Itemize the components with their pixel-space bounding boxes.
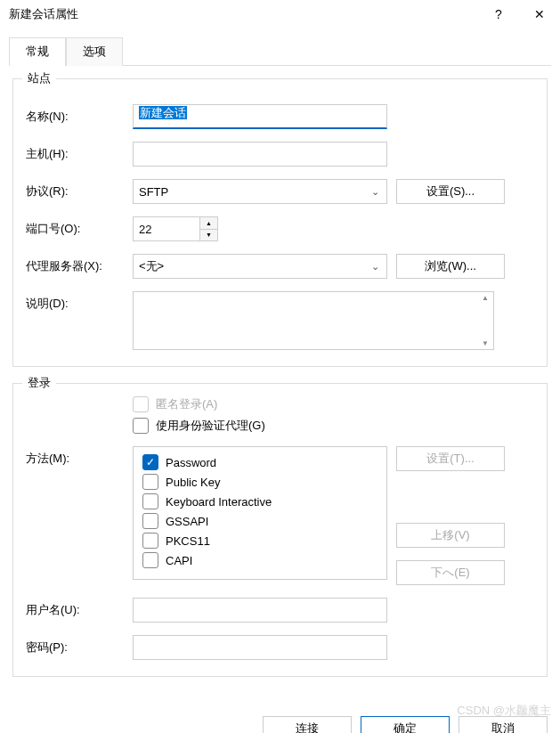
- method-publickey-label: Public Key: [166, 476, 220, 489]
- pass-input[interactable]: [133, 635, 387, 660]
- chevron-down-icon: ⌄: [371, 261, 379, 273]
- port-spinner[interactable]: ▲ ▼: [133, 216, 218, 241]
- name-label: 名称(N):: [26, 104, 133, 125]
- host-label: 主机(H):: [26, 142, 133, 162]
- cancel-button[interactable]: 取消: [459, 716, 548, 733]
- user-input[interactable]: [133, 598, 387, 623]
- proxy-value: <无>: [139, 258, 164, 274]
- method-settings-button: 设置(T)...: [396, 446, 505, 471]
- spinner-down-icon[interactable]: ▼: [200, 230, 217, 241]
- protocol-select[interactable]: SFTP ⌄: [133, 179, 387, 204]
- move-up-button: 上移(V): [396, 523, 505, 548]
- protocol-label: 协议(R):: [26, 179, 133, 200]
- method-capi-checkbox[interactable]: [142, 552, 158, 568]
- login-legend: 登录: [22, 375, 56, 391]
- anon-label: 匿名登录(A): [156, 396, 217, 412]
- tab-options[interactable]: 选项: [66, 37, 123, 66]
- desc-textarea[interactable]: ▲ ▼: [133, 291, 494, 350]
- spinner-up-icon[interactable]: ▲: [200, 217, 217, 230]
- tab-general[interactable]: 常规: [9, 37, 66, 67]
- method-password-checkbox[interactable]: ✓: [142, 454, 158, 470]
- site-fieldset: 站点 名称(N): 新建会话 主机(H): 协议(R): SFTP ⌄ 设置(S…: [12, 78, 548, 367]
- ok-button[interactable]: 确定: [361, 716, 450, 733]
- method-label: 方法(M):: [26, 446, 133, 467]
- protocol-value: SFTP: [139, 185, 168, 199]
- method-keyboard-label: Keyboard Interactive: [166, 495, 272, 509]
- method-pkcs11-checkbox[interactable]: [142, 533, 158, 549]
- method-gssapi-label: GSSAPI: [166, 515, 208, 528]
- titlebar: 新建会话属性 ? ✕: [0, 0, 560, 29]
- name-input[interactable]: 新建会话: [133, 104, 387, 129]
- method-password-label: Password: [166, 456, 216, 469]
- scrollbar[interactable]: ▲ ▼: [477, 292, 493, 349]
- dialog-footer: 连接 确定 取消: [0, 705, 560, 733]
- proxy-select[interactable]: <无> ⌄: [133, 254, 387, 279]
- help-button[interactable]: ?: [478, 0, 519, 29]
- scroll-up-icon[interactable]: ▲: [482, 294, 489, 302]
- host-input[interactable]: [133, 142, 387, 167]
- close-button[interactable]: ✕: [519, 0, 560, 29]
- agent-checkbox[interactable]: [133, 418, 149, 434]
- method-pkcs11-label: PKCS11: [166, 534, 210, 548]
- desc-label: 说明(D):: [26, 291, 133, 312]
- proxy-browse-button[interactable]: 浏览(W)...: [396, 254, 505, 279]
- method-capi-label: CAPI: [166, 554, 192, 567]
- method-gssapi-checkbox[interactable]: [142, 513, 158, 529]
- chevron-down-icon: ⌄: [371, 186, 379, 198]
- proxy-label: 代理服务器(X):: [26, 254, 133, 274]
- site-legend: 站点: [22, 70, 56, 86]
- login-fieldset: 登录 匿名登录(A) 使用身份验证代理(G) 方法(M): ✓ Password: [12, 383, 548, 677]
- protocol-settings-button[interactable]: 设置(S)...: [396, 179, 505, 204]
- methods-listbox[interactable]: ✓ Password Public Key Keyboard Interacti…: [133, 446, 387, 580]
- user-label: 用户名(U):: [26, 598, 133, 618]
- pass-label: 密码(P):: [26, 635, 133, 656]
- method-publickey-checkbox[interactable]: [142, 474, 158, 490]
- method-keyboard-checkbox[interactable]: [142, 493, 158, 509]
- tab-bar: 常规 选项: [9, 37, 551, 66]
- window-title: 新建会话属性: [9, 6, 478, 22]
- agent-label: 使用身份验证代理(G): [156, 418, 265, 434]
- connect-button[interactable]: 连接: [263, 716, 352, 733]
- anon-checkbox: [133, 396, 149, 412]
- scroll-down-icon[interactable]: ▼: [482, 339, 489, 347]
- move-down-button: 下へ(E): [396, 560, 505, 585]
- port-input[interactable]: [134, 217, 199, 240]
- port-label: 端口号(O):: [26, 216, 133, 237]
